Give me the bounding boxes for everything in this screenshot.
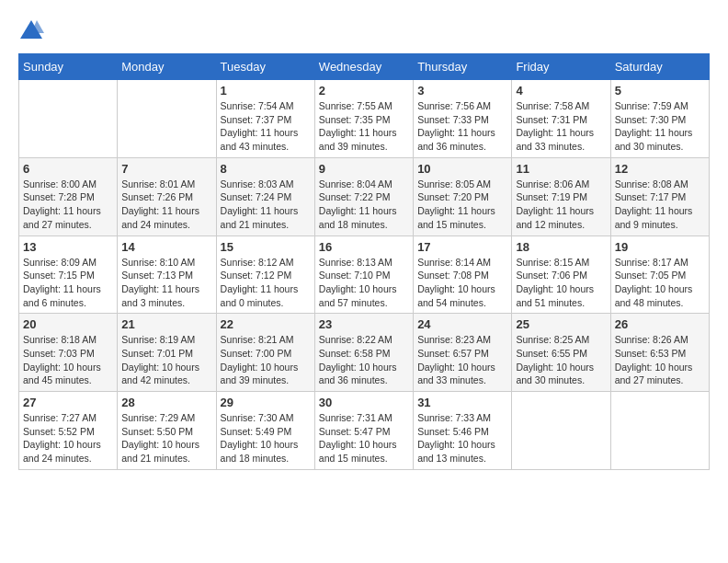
calendar-cell <box>118 80 216 158</box>
day-number: 27 <box>23 396 113 409</box>
day-info: Sunrise: 8:09 AM Sunset: 7:15 PM Dayligh… <box>23 256 113 310</box>
day-number: 28 <box>121 396 211 409</box>
calendar-table: SundayMondayTuesdayWednesdayThursdayFrid… <box>18 53 710 470</box>
calendar-cell <box>512 392 610 470</box>
day-info: Sunrise: 8:06 AM Sunset: 7:19 PM Dayligh… <box>516 178 606 232</box>
calendar-week-row: 1Sunrise: 7:54 AM Sunset: 7:37 PM Daylig… <box>19 80 710 158</box>
calendar-cell: 17Sunrise: 8:14 AM Sunset: 7:08 PM Dayli… <box>414 236 512 314</box>
day-number: 12 <box>615 162 705 176</box>
day-info: Sunrise: 8:00 AM Sunset: 7:28 PM Dayligh… <box>23 178 113 232</box>
day-info: Sunrise: 7:54 AM Sunset: 7:37 PM Dayligh… <box>221 99 311 154</box>
page-header <box>18 18 710 44</box>
calendar-cell: 8Sunrise: 8:03 AM Sunset: 7:24 PM Daylig… <box>216 157 314 236</box>
day-number: 23 <box>319 317 409 331</box>
day-number: 5 <box>615 84 705 98</box>
calendar-header-row: SundayMondayTuesdayWednesdayThursdayFrid… <box>19 54 710 80</box>
calendar-cell: 23Sunrise: 8:22 AM Sunset: 6:58 PM Dayli… <box>314 314 413 392</box>
calendar-cell: 26Sunrise: 8:26 AM Sunset: 6:53 PM Dayli… <box>610 314 709 392</box>
day-info: Sunrise: 8:17 AM Sunset: 7:05 PM Dayligh… <box>615 256 705 310</box>
day-number: 2 <box>319 84 409 98</box>
day-info: Sunrise: 7:59 AM Sunset: 7:30 PM Dayligh… <box>615 99 705 154</box>
calendar-cell: 24Sunrise: 8:23 AM Sunset: 6:57 PM Dayli… <box>414 314 512 392</box>
calendar-cell: 5Sunrise: 7:59 AM Sunset: 7:30 PM Daylig… <box>610 80 709 158</box>
calendar-cell: 20Sunrise: 8:18 AM Sunset: 7:03 PM Dayli… <box>19 314 118 392</box>
calendar-cell: 13Sunrise: 8:09 AM Sunset: 7:15 PM Dayli… <box>19 236 118 314</box>
day-info: Sunrise: 7:56 AM Sunset: 7:33 PM Dayligh… <box>417 99 507 154</box>
day-info: Sunrise: 8:18 AM Sunset: 7:03 PM Dayligh… <box>23 333 113 387</box>
calendar-cell: 7Sunrise: 8:01 AM Sunset: 7:26 PM Daylig… <box>118 157 216 236</box>
day-number: 17 <box>417 240 507 254</box>
calendar-cell: 16Sunrise: 8:13 AM Sunset: 7:10 PM Dayli… <box>314 236 413 314</box>
day-number: 6 <box>23 162 113 176</box>
calendar-cell: 15Sunrise: 8:12 AM Sunset: 7:12 PM Dayli… <box>216 236 314 314</box>
calendar-cell: 6Sunrise: 8:00 AM Sunset: 7:28 PM Daylig… <box>19 157 118 236</box>
calendar-cell: 30Sunrise: 7:31 AM Sunset: 5:47 PM Dayli… <box>314 392 413 470</box>
calendar-cell: 22Sunrise: 8:21 AM Sunset: 7:00 PM Dayli… <box>216 314 314 392</box>
calendar-cell: 19Sunrise: 8:17 AM Sunset: 7:05 PM Dayli… <box>610 236 709 314</box>
calendar-cell: 31Sunrise: 7:33 AM Sunset: 5:46 PM Dayli… <box>414 392 512 470</box>
day-number: 1 <box>221 84 311 98</box>
day-info: Sunrise: 7:27 AM Sunset: 5:52 PM Dayligh… <box>23 411 113 465</box>
calendar-cell: 10Sunrise: 8:05 AM Sunset: 7:20 PM Dayli… <box>414 157 512 236</box>
day-info: Sunrise: 8:21 AM Sunset: 7:00 PM Dayligh… <box>221 333 311 387</box>
calendar-cell: 25Sunrise: 8:25 AM Sunset: 6:55 PM Dayli… <box>512 314 610 392</box>
day-number: 16 <box>319 240 409 254</box>
day-number: 21 <box>121 317 211 331</box>
day-info: Sunrise: 8:03 AM Sunset: 7:24 PM Dayligh… <box>221 178 311 232</box>
day-number: 24 <box>417 317 507 331</box>
day-info: Sunrise: 8:26 AM Sunset: 6:53 PM Dayligh… <box>615 333 705 387</box>
calendar-cell: 3Sunrise: 7:56 AM Sunset: 7:33 PM Daylig… <box>414 80 512 158</box>
calendar-cell: 18Sunrise: 8:15 AM Sunset: 7:06 PM Dayli… <box>512 236 610 314</box>
day-number: 14 <box>121 240 211 254</box>
day-info: Sunrise: 7:29 AM Sunset: 5:50 PM Dayligh… <box>121 411 211 465</box>
calendar-cell: 4Sunrise: 7:58 AM Sunset: 7:31 PM Daylig… <box>512 80 610 158</box>
calendar-cell: 1Sunrise: 7:54 AM Sunset: 7:37 PM Daylig… <box>216 80 314 158</box>
day-number: 20 <box>23 317 113 331</box>
day-number: 25 <box>516 317 606 331</box>
calendar-cell: 28Sunrise: 7:29 AM Sunset: 5:50 PM Dayli… <box>118 392 216 470</box>
day-number: 26 <box>615 317 705 331</box>
calendar-cell: 21Sunrise: 8:19 AM Sunset: 7:01 PM Dayli… <box>118 314 216 392</box>
logo <box>18 18 48 44</box>
day-info: Sunrise: 8:01 AM Sunset: 7:26 PM Dayligh… <box>121 178 211 232</box>
day-number: 11 <box>516 162 606 176</box>
day-info: Sunrise: 8:08 AM Sunset: 7:17 PM Dayligh… <box>615 178 705 232</box>
day-number: 13 <box>23 240 113 254</box>
day-number: 19 <box>615 240 705 254</box>
calendar-cell: 27Sunrise: 7:27 AM Sunset: 5:52 PM Dayli… <box>19 392 118 470</box>
day-number: 8 <box>221 162 311 176</box>
day-info: Sunrise: 7:55 AM Sunset: 7:35 PM Dayligh… <box>319 99 409 154</box>
weekday-header-sunday: Sunday <box>19 54 118 80</box>
day-number: 4 <box>516 84 606 98</box>
weekday-header-friday: Friday <box>512 54 610 80</box>
calendar-cell: 12Sunrise: 8:08 AM Sunset: 7:17 PM Dayli… <box>610 157 709 236</box>
day-info: Sunrise: 7:30 AM Sunset: 5:49 PM Dayligh… <box>221 411 311 465</box>
calendar-week-row: 13Sunrise: 8:09 AM Sunset: 7:15 PM Dayli… <box>19 236 710 314</box>
day-info: Sunrise: 8:23 AM Sunset: 6:57 PM Dayligh… <box>417 333 507 387</box>
day-info: Sunrise: 8:15 AM Sunset: 7:06 PM Dayligh… <box>516 256 606 310</box>
logo-icon <box>18 18 44 44</box>
weekday-header-saturday: Saturday <box>610 54 709 80</box>
day-info: Sunrise: 8:12 AM Sunset: 7:12 PM Dayligh… <box>221 256 311 310</box>
day-info: Sunrise: 8:25 AM Sunset: 6:55 PM Dayligh… <box>516 333 606 387</box>
day-number: 15 <box>221 240 311 254</box>
day-info: Sunrise: 8:19 AM Sunset: 7:01 PM Dayligh… <box>121 333 211 387</box>
weekday-header-thursday: Thursday <box>414 54 512 80</box>
calendar-cell: 11Sunrise: 8:06 AM Sunset: 7:19 PM Dayli… <box>512 157 610 236</box>
day-number: 30 <box>319 396 409 409</box>
day-number: 9 <box>319 162 409 176</box>
weekday-header-tuesday: Tuesday <box>216 54 314 80</box>
day-number: 31 <box>417 396 507 409</box>
day-number: 7 <box>121 162 211 176</box>
calendar-cell <box>610 392 709 470</box>
day-info: Sunrise: 8:13 AM Sunset: 7:10 PM Dayligh… <box>319 256 409 310</box>
calendar-week-row: 6Sunrise: 8:00 AM Sunset: 7:28 PM Daylig… <box>19 157 710 236</box>
day-info: Sunrise: 8:22 AM Sunset: 6:58 PM Dayligh… <box>319 333 409 387</box>
day-number: 3 <box>417 84 507 98</box>
calendar-cell <box>19 80 118 158</box>
day-info: Sunrise: 7:31 AM Sunset: 5:47 PM Dayligh… <box>319 411 409 465</box>
day-info: Sunrise: 7:58 AM Sunset: 7:31 PM Dayligh… <box>516 99 606 154</box>
day-number: 29 <box>221 396 311 409</box>
day-info: Sunrise: 8:10 AM Sunset: 7:13 PM Dayligh… <box>121 256 211 310</box>
day-info: Sunrise: 8:14 AM Sunset: 7:08 PM Dayligh… <box>417 256 507 310</box>
